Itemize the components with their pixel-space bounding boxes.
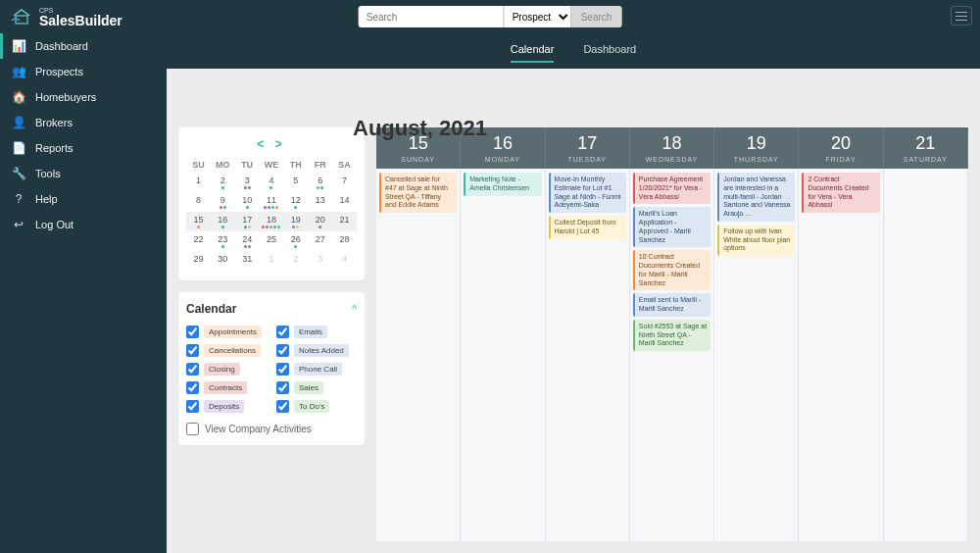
mini-day[interactable]: 17 xyxy=(235,212,260,231)
calendar-event[interactable]: Collect Deposit from Harold | Lot 45 xyxy=(549,216,626,239)
mini-day[interactable]: 22 xyxy=(186,231,211,251)
calendar-event[interactable]: Move-In Monthly Estimate for Lot #1 Sage… xyxy=(549,173,626,213)
mini-day[interactable]: 4 xyxy=(332,251,357,271)
legend-checkbox[interactable] xyxy=(276,344,289,357)
mini-day[interactable]: 23 xyxy=(211,231,235,251)
nav-label: Help xyxy=(35,193,58,205)
legend-chip: Cancellations xyxy=(204,344,261,357)
sidebar-item-homebuyers[interactable]: 🏠Homebuyers xyxy=(0,84,167,110)
page-title: August, 2021 xyxy=(353,116,487,141)
mini-day[interactable]: 26 xyxy=(283,231,308,251)
legend-checkbox[interactable] xyxy=(186,381,199,394)
mini-cal-nav: < > xyxy=(186,137,357,151)
legend-item[interactable]: Deposits xyxy=(186,400,267,413)
mini-next[interactable]: > xyxy=(275,137,286,151)
mini-day[interactable]: 6 xyxy=(308,173,332,192)
search-input[interactable] xyxy=(359,6,504,27)
mini-day[interactable]: 5 xyxy=(283,173,308,192)
mini-day[interactable]: 12 xyxy=(283,192,308,212)
mini-hdr: MO xyxy=(211,157,235,173)
nav-label: Log Out xyxy=(35,219,74,230)
mini-day[interactable]: 9 xyxy=(211,192,235,212)
legend-checkbox[interactable] xyxy=(276,381,289,394)
calendar-event[interactable]: Follow up with Ivan White about floor pl… xyxy=(717,225,795,256)
mini-day[interactable]: 18 xyxy=(260,212,284,231)
mini-day[interactable]: 20 xyxy=(308,212,332,231)
mini-day[interactable]: 2 xyxy=(211,173,235,192)
main-area: Calendar Dashboard August, 2021 + Add < … xyxy=(167,33,980,553)
sidebar-item-log-out[interactable]: ↩Log Out xyxy=(0,212,167,237)
legend-item[interactable]: Notes Added xyxy=(276,344,357,357)
nav-label: Tools xyxy=(35,168,61,179)
mini-day[interactable]: 11 xyxy=(260,192,284,212)
tab-calendar[interactable]: Calendar xyxy=(511,43,555,63)
sidebar-item-brokers[interactable]: 👤Brokers xyxy=(0,110,167,135)
calendar-event[interactable]: 10 Contract Documents Created for Marili… xyxy=(633,250,710,290)
mini-day[interactable]: 13 xyxy=(308,192,332,212)
mini-day[interactable]: 1 xyxy=(186,173,211,192)
view-company-checkbox[interactable] xyxy=(186,423,199,435)
content: < > SUMOTUWETHFRSA1234567891011121314151… xyxy=(167,69,980,553)
mini-day[interactable]: 25 xyxy=(260,231,284,251)
calendar-event[interactable]: Purchase Agreement 1/20/2021* for Vera -… xyxy=(633,173,710,204)
legend-chip: Notes Added xyxy=(294,344,349,357)
mini-day[interactable]: 28 xyxy=(332,231,357,251)
collapse-icon[interactable]: ^ xyxy=(352,304,357,315)
mini-day[interactable]: 30 xyxy=(211,251,235,271)
calendar-event[interactable]: 2 Contract Documents Created for Vera - … xyxy=(802,173,879,213)
calendar-event[interactable]: Email sent to Marili - Marili Sanchez xyxy=(633,293,710,317)
nav-label: Reports xyxy=(35,142,74,154)
mini-day[interactable]: 24 xyxy=(235,231,260,251)
mini-day[interactable]: 7 xyxy=(332,173,357,192)
tab-dashboard[interactable]: Dashboard xyxy=(583,43,636,63)
legend-item[interactable]: Sales xyxy=(276,381,357,394)
mini-prev[interactable]: < xyxy=(257,137,268,151)
nav-icon: ↩ xyxy=(12,218,25,231)
mini-day[interactable]: 4 xyxy=(260,173,284,192)
sidebar-item-help[interactable]: ?Help xyxy=(0,186,167,212)
mini-day[interactable]: 3 xyxy=(308,251,332,271)
legend-item[interactable]: Contracts xyxy=(186,381,267,394)
view-company-toggle[interactable]: View Company Activities xyxy=(186,423,357,435)
sidebar-item-prospects[interactable]: 👥Prospects xyxy=(0,59,167,84)
legend-checkbox[interactable] xyxy=(186,326,199,338)
mini-day[interactable]: 1 xyxy=(260,251,284,271)
mini-day[interactable]: 27 xyxy=(308,231,332,251)
sidebar-item-tools[interactable]: 🔧Tools xyxy=(0,161,167,186)
app-logo[interactable]: CPS SalesBuilder xyxy=(0,7,122,27)
legend-checkbox[interactable] xyxy=(186,344,199,357)
calendar-event[interactable]: Cancelled sale for #47 at Sage at Ninth … xyxy=(379,173,457,213)
search-button[interactable]: Search xyxy=(571,6,622,27)
menu-icon[interactable] xyxy=(951,6,972,25)
mini-day[interactable]: 2 xyxy=(283,251,308,271)
legend-item[interactable]: Emails xyxy=(276,326,357,338)
mini-day[interactable]: 15 xyxy=(186,212,211,231)
sidebar-item-reports[interactable]: 📄Reports xyxy=(0,135,167,161)
mini-day[interactable]: 31 xyxy=(235,251,260,271)
legend-item[interactable]: Phone Call xyxy=(276,363,357,376)
sidebar-item-dashboard[interactable]: 📊Dashboard xyxy=(0,33,167,59)
legend-item[interactable]: Cancellations xyxy=(186,344,267,357)
search-type-select[interactable]: Prospect xyxy=(504,6,571,27)
mini-day[interactable]: 8 xyxy=(186,192,211,212)
legend-checkbox[interactable] xyxy=(276,326,289,338)
mini-day[interactable]: 29 xyxy=(186,251,211,271)
legend-item[interactable]: To Do's xyxy=(276,400,357,413)
mini-day[interactable]: 14 xyxy=(332,192,357,212)
legend-chip: Sales xyxy=(294,381,323,394)
legend-checkbox[interactable] xyxy=(186,400,199,413)
legend-item[interactable]: Closing xyxy=(186,363,267,376)
mini-day[interactable]: 19 xyxy=(283,212,308,231)
calendar-event[interactable]: Marketing Note - Amelia Christensen xyxy=(464,173,541,196)
calendar-event[interactable]: Jordan and Vanessa are interested in a m… xyxy=(717,173,795,222)
calendar-event[interactable]: Sold #2553 at Sage at Ninth Street QA - … xyxy=(633,320,710,351)
mini-day[interactable]: 3 xyxy=(235,173,260,192)
mini-day[interactable]: 21 xyxy=(332,212,357,231)
mini-day[interactable]: 16 xyxy=(211,212,235,231)
calendar-event[interactable]: Marili's Loan Application - Approved - M… xyxy=(633,207,710,247)
mini-day[interactable]: 10 xyxy=(235,192,260,212)
legend-item[interactable]: Appointments xyxy=(186,326,267,338)
legend-checkbox[interactable] xyxy=(186,363,199,376)
legend-checkbox[interactable] xyxy=(276,363,289,376)
legend-checkbox[interactable] xyxy=(276,400,289,413)
